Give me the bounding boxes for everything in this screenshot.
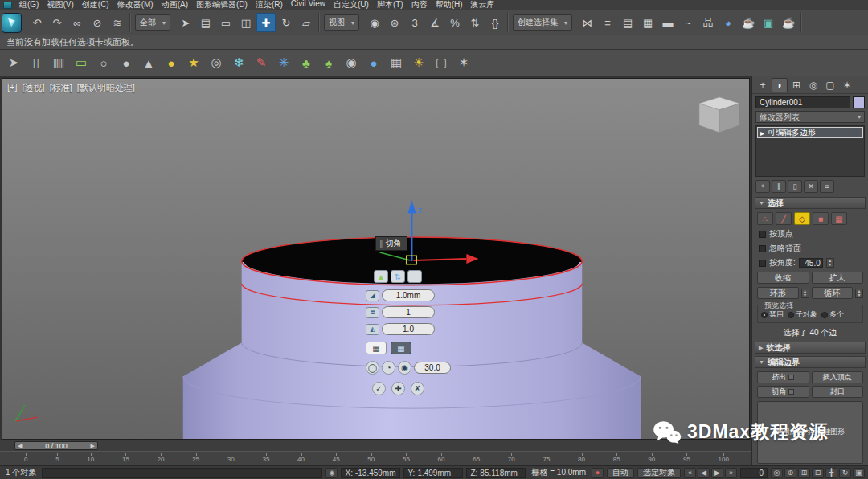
scene-explorer-icon[interactable]: ▤ — [618, 13, 637, 32]
select-cursor-icon[interactable]: ➤ — [3, 52, 24, 73]
angle-value-field[interactable]: 45.0 — [799, 258, 823, 268]
angle-spinner[interactable]: ▴▾ — [826, 258, 834, 268]
set-key-icon[interactable]: ● — [592, 468, 604, 478]
select-and-scale-icon[interactable]: ▱ — [297, 13, 316, 32]
tree-alt-icon[interactable]: ♠ — [318, 52, 339, 73]
current-frame-field[interactable]: 0 — [740, 468, 768, 478]
menu-item[interactable]: 视图(V) — [43, 0, 77, 10]
selected-filter-dropdown[interactable]: 选定对象 — [637, 468, 681, 478]
x-coordinate-field[interactable]: X:-13.459mm — [341, 468, 400, 478]
menu-item[interactable]: 创建(C) — [78, 0, 113, 10]
selection-rollout-header[interactable]: ▼ 选择 — [755, 197, 866, 209]
smooth-threshold-field[interactable]: 30.0 — [414, 362, 451, 374]
ruler-tick[interactable]: 10 — [87, 453, 94, 465]
play-icon[interactable]: ▶ — [711, 468, 723, 478]
chamfer-mode-quad-icon[interactable]: ▦ — [391, 342, 411, 354]
ruler-tick[interactable]: 0 — [24, 453, 27, 465]
3dsmax-logo-icon[interactable] — [2, 13, 22, 33]
auto-key-button[interactable]: 自动 — [607, 468, 634, 478]
ruler-tick[interactable]: 60 — [438, 453, 445, 465]
brush-icon[interactable]: ✎ — [251, 52, 272, 73]
cone-icon[interactable]: ▲ — [138, 52, 159, 73]
pin-stack-icon[interactable]: ⌖ — [755, 180, 770, 193]
selection-lock-icon[interactable]: ◈ — [326, 468, 338, 478]
caddy-direction-icon[interactable]: ⇅ — [391, 270, 405, 283]
select-and-manipulate-icon[interactable]: ⊛ — [385, 13, 404, 32]
stack-item-editable-poly[interactable]: ▸ 可编辑多边形 — [757, 127, 863, 138]
spinner-snap-icon[interactable]: ⇅ — [465, 13, 485, 32]
ruler-tick[interactable]: 5 — [55, 453, 59, 465]
select-and-link-icon[interactable]: ∞ — [68, 13, 87, 32]
cap-button[interactable]: 封口 — [812, 386, 864, 398]
zoom-extents-icon[interactable]: ⊡ — [812, 468, 824, 478]
caddy-title[interactable]: ∥ 切角 — [375, 236, 407, 251]
time-slider-track[interactable]: ◀ 0 / 100 ▶ — [0, 440, 751, 451]
ruler-tick[interactable]: 85 — [613, 453, 620, 465]
modify-tab-icon[interactable]: ◗ — [772, 78, 788, 92]
go-to-end-icon[interactable]: » — [725, 468, 737, 478]
menu-item[interactable]: 脚本(T) — [373, 0, 407, 10]
sphere-icon[interactable]: ● — [161, 52, 182, 73]
snowflake-icon[interactable]: ❄ — [228, 52, 249, 73]
previous-frame-arrow-icon[interactable]: ◀ — [18, 443, 22, 449]
named-selection-sets-dropdown[interactable]: 创建选择集 ▾ — [513, 14, 572, 31]
caddy-invert-icon[interactable]: ◔ — [382, 361, 395, 375]
extrude-settings-icon[interactable] — [788, 375, 794, 380]
light-icon[interactable]: ☀ — [408, 52, 429, 73]
loop-button[interactable]: 循环 — [812, 287, 854, 299]
viewport-standard-label[interactable]: [标准] — [50, 82, 72, 94]
angle-snap-icon[interactable]: ∡ — [425, 13, 444, 32]
ring-button[interactable]: 环形 — [757, 287, 799, 299]
select-and-move-icon[interactable]: ✚ — [256, 13, 276, 32]
maximize-viewport-icon[interactable]: ▣ — [853, 468, 865, 478]
undo-icon[interactable]: ↶ — [27, 13, 47, 32]
menu-item[interactable]: 图形编辑器(D) — [192, 0, 252, 10]
select-and-rotate-icon[interactable]: ↻ — [276, 13, 296, 32]
track-bar[interactable]: 0510152025303540455055606570758085909510… — [0, 451, 751, 465]
sphere-blue-icon[interactable]: ● — [363, 52, 384, 73]
menu-item[interactable]: 动画(A) — [158, 0, 192, 10]
by-angle-checkbox[interactable]: 按角度: 45.0 ▴▾ — [752, 256, 868, 270]
isolate-selection-icon[interactable]: ◎ — [771, 468, 783, 478]
menu-item[interactable]: Civil View — [287, 0, 330, 10]
modifier-stack[interactable]: ▸ 可编辑多边形 — [755, 125, 865, 177]
chamfer-segments-field[interactable]: 1 — [382, 306, 435, 318]
circle-shape-icon[interactable]: ● — [116, 52, 137, 73]
camera-icon[interactable]: ◉ — [341, 52, 362, 73]
chamfer-amount-field[interactable]: 1.0mm — [382, 289, 435, 301]
perspective-viewport[interactable]: z [+] [透视] — [2, 78, 750, 440]
window-crossing-icon[interactable]: ◫ — [236, 13, 256, 32]
scatter-icon[interactable]: ✳ — [273, 52, 294, 73]
by-vertex-checkbox[interactable]: 按顶点 — [752, 227, 868, 241]
redo-icon[interactable]: ↷ — [47, 13, 67, 32]
selection-region-icon[interactable]: ▭ — [216, 13, 235, 32]
remove-modifier-icon[interactable]: ✕ — [804, 180, 818, 193]
ruler-tick[interactable]: 25 — [192, 453, 199, 465]
preview-multiple-radio[interactable]: 多个 — [821, 309, 844, 320]
display-tab-icon[interactable]: ▢ — [822, 78, 838, 92]
ring-spinner[interactable]: ▴▾ — [801, 289, 809, 298]
object-color-swatch[interactable] — [853, 96, 865, 108]
utility-icon[interactable]: ✶ — [453, 52, 474, 73]
menu-item[interactable]: 澳云库 — [467, 0, 499, 10]
star-shape-icon[interactable]: ★ — [183, 52, 204, 73]
monitor-icon[interactable]: ▢ — [431, 52, 452, 73]
soft-selection-rollout-header[interactable]: ▶ 软选择 — [755, 342, 866, 354]
app-menu-icon[interactable] — [3, 2, 12, 9]
time-slider[interactable]: ◀ 0 / 100 ▶ — [14, 441, 98, 450]
door-icon[interactable]: ▯ — [26, 52, 47, 73]
ribbon-toggle-icon[interactable]: ▬ — [658, 13, 678, 32]
modifier-list-dropdown[interactable]: 修改器列表 ▾ — [755, 111, 865, 123]
zoom-all-icon[interactable]: ⊞ — [798, 468, 810, 478]
hierarchy-tab-icon[interactable]: ⊞ — [788, 78, 805, 92]
caddy-cancel-icon[interactable]: ✗ — [411, 382, 424, 395]
ruler-tick[interactable]: 95 — [683, 453, 690, 465]
menu-item[interactable]: 帮助(H) — [432, 0, 467, 10]
menu-item[interactable]: 自定义(U) — [330, 0, 373, 10]
ruler-tick[interactable]: 40 — [297, 453, 305, 465]
configure-modifier-sets-icon[interactable]: ≡ — [820, 180, 834, 193]
schematic-view-icon[interactable]: 品 — [698, 13, 718, 32]
menu-item[interactable]: 内容 — [407, 0, 432, 10]
caddy-apply-icon[interactable]: ✚ — [391, 382, 405, 395]
ruler-tick[interactable]: 15 — [122, 453, 129, 465]
